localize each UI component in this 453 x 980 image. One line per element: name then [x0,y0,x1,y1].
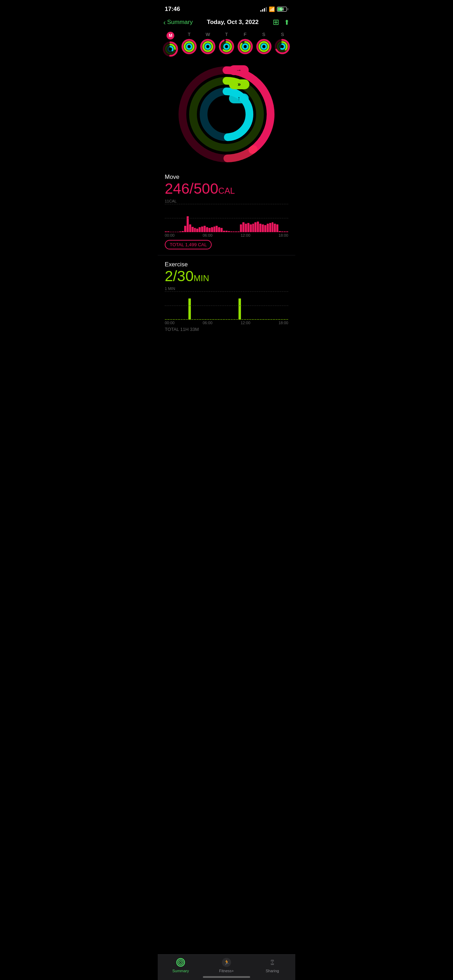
move-arrow: → [229,65,249,75]
exercise-time-labels: 00:00 06:00 12:00 18:00 [165,320,288,326]
exercise-goal: 30 [177,268,194,284]
move-chart: 11CAL 00:00 06:00 12:00 18:00 TOTAL 1,49… [158,197,295,250]
exercise-separator: / [173,268,177,284]
ring-friday [237,38,253,55]
svg-point-29 [243,44,248,49]
exercise-unit: MIN [194,274,209,283]
ring-saturday [256,38,272,55]
exercise-bar-chart [165,291,288,320]
move-unit: CAL [218,186,235,196]
svg-point-11 [187,44,192,49]
move-label: Move [165,173,288,181]
day-item-friday[interactable]: F [237,32,253,55]
move-bar-chart [165,204,288,232]
move-time-labels: 00:00 06:00 12:00 18:00 [165,232,288,239]
ring-wednesday [200,38,216,55]
day-selector: M T W [158,30,295,61]
back-label: Summary [167,19,193,26]
exercise-section: Exercise 2/30MIN [158,258,295,284]
status-icons: 📶 64 [261,6,288,12]
svg-point-17 [205,44,210,49]
ring-thursday [218,38,235,55]
move-total: TOTAL 1,499 CAL [165,240,212,250]
back-button[interactable]: ‹ Summary [163,18,192,27]
wifi-icon: 📶 [269,6,275,12]
ring-monday [162,41,178,57]
exercise-arrow: » [229,80,250,89]
move-current: 246 [165,180,189,197]
header-actions: ⊞ ⬆ [273,18,290,27]
exercise-chart: 1 MIN 00:00 06:00 12:00 18:00 TOTAL 11H … [158,284,295,332]
day-label-m: M [167,32,174,40]
share-icon[interactable]: ⬆ [284,18,290,27]
svg-text:»: » [238,81,241,87]
calendar-icon[interactable]: ⊞ [273,18,279,27]
svg-text:→: → [236,67,242,73]
status-time: 17:46 [165,6,180,13]
status-bar: 17:46 📶 64 [158,0,295,16]
exercise-current: 2 [165,268,173,284]
exercise-value: 2/30MIN [165,268,288,284]
exercise-scale-label: 1 MIN [165,286,288,291]
day-item-wednesday[interactable]: W [200,32,216,55]
svg-point-23 [224,44,229,49]
ring-sunday [274,38,290,55]
section-divider-1 [158,255,295,255]
day-item-saturday[interactable]: S [256,32,272,55]
signal-icon [261,7,267,12]
page-title: Today, Oct 3, 2022 [207,19,259,26]
day-item-tuesday[interactable]: T [181,32,197,55]
main-ring-container: → » ↑ [158,61,295,171]
ring-tuesday [181,38,197,55]
move-section: Move 246/500CAL [158,171,295,197]
move-separator: / [189,180,194,197]
day-item-thursday[interactable]: T [218,32,235,55]
battery-indicator: 64 [277,7,288,12]
day-item-monday[interactable]: M [162,32,178,57]
exercise-label: Exercise [165,261,288,268]
svg-point-35 [261,44,266,49]
content-scroll: Move 246/500CAL 11CAL 00:00 06:00 12:00 … [158,171,295,374]
move-goal: 500 [194,180,218,197]
back-chevron-icon: ‹ [163,18,166,27]
move-scale-label: 11CAL [165,199,288,203]
header: ‹ Summary Today, Oct 3, 2022 ⊞ ⬆ [158,16,295,30]
main-activity-ring: → » ↑ [177,65,276,164]
move-value: 246/500CAL [165,181,288,197]
exercise-total: TOTAL 11H 33M [165,327,288,332]
day-item-sunday[interactable]: S [274,32,290,55]
stand-arrow: ↑ [229,94,249,103]
svg-text:↑: ↑ [237,95,240,101]
